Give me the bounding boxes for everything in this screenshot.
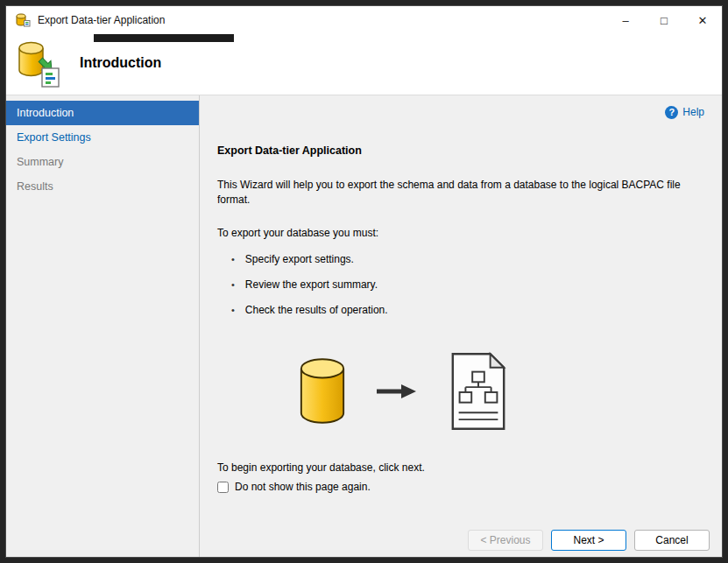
list-item: • Review the export summary. xyxy=(217,278,704,291)
sidebar-item-export-settings[interactable]: Export Settings xyxy=(6,125,199,150)
database-export-icon xyxy=(17,41,62,88)
list-item: • Specify export settings. xyxy=(217,253,704,265)
content-heading: Export Data-tier Application xyxy=(217,144,704,157)
wizard-buttons: < Previous Next > Cancel xyxy=(468,530,710,551)
help-label: Help xyxy=(682,106,704,118)
wizard-nav: Introduction Export Settings Summary Res… xyxy=(6,95,200,557)
dont-show-again-checkbox[interactable] xyxy=(217,482,229,493)
title-bar: Export Data-tier Application – □ ✕ xyxy=(6,6,722,34)
list-item-label: Review the export summary. xyxy=(245,278,378,291)
next-button[interactable]: Next > xyxy=(551,530,626,551)
window-title: Export Data-tier Application xyxy=(38,14,165,26)
dont-show-again-label: Do not show this page again. xyxy=(235,481,371,493)
sidebar-item-summary[interactable]: Summary xyxy=(6,150,199,174)
maximize-button[interactable]: □ xyxy=(645,6,683,34)
intro-paragraph: This Wizard will help you to export the … xyxy=(217,178,704,208)
requirements-list: • Specify export settings. • Review the … xyxy=(217,253,704,316)
wizard-content: ? Help Export Data-tier Application This… xyxy=(200,95,722,557)
sidebar-item-results[interactable]: Results xyxy=(6,174,199,199)
export-data-tier-wizard-window: Export Data-tier Application – □ ✕ xyxy=(5,5,723,558)
export-illustration xyxy=(298,351,510,432)
sidebar-item-introduction[interactable]: Introduction xyxy=(6,101,199,125)
bullet-icon: • xyxy=(231,279,235,290)
bullet-icon: • xyxy=(231,305,235,315)
dark-artifact-strip xyxy=(94,34,234,42)
previous-button[interactable]: < Previous xyxy=(468,530,543,551)
wizard-step-title: Introduction xyxy=(80,55,161,71)
arrow-right-icon xyxy=(377,382,417,401)
help-link[interactable]: ? Help xyxy=(217,104,704,120)
database-icon xyxy=(298,357,347,426)
bullet-icon: • xyxy=(231,254,235,264)
dont-show-again[interactable]: Do not show this page again. xyxy=(217,481,371,493)
help-icon: ? xyxy=(665,106,678,119)
close-button[interactable]: ✕ xyxy=(683,6,722,34)
window-controls: – □ ✕ xyxy=(606,6,722,34)
minimize-button[interactable]: – xyxy=(606,6,645,34)
list-intro: To export your database you must: xyxy=(217,227,704,239)
footer-note: To begin exporting your database, click … xyxy=(217,461,704,474)
app-icon xyxy=(15,13,31,27)
bacpac-file-icon xyxy=(447,351,510,432)
wizard-header: Introduction xyxy=(6,34,722,95)
list-item-label: Specify export settings. xyxy=(245,253,354,265)
list-item-label: Check the results of operation. xyxy=(245,304,388,316)
cancel-button[interactable]: Cancel xyxy=(634,530,710,551)
list-item: • Check the results of operation. xyxy=(217,304,704,316)
wizard-body: Introduction Export Settings Summary Res… xyxy=(6,95,722,557)
